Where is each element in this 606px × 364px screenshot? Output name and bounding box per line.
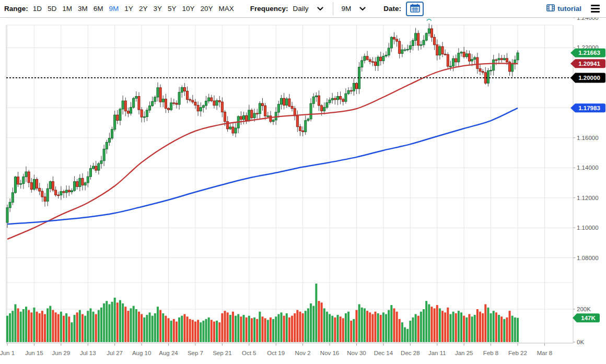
frequency-select[interactable]: Daily [293, 5, 323, 13]
svg-text:Sep 7: Sep 7 [188, 350, 203, 356]
candlestick-series [6, 24, 519, 228]
svg-text:Dec 14: Dec 14 [374, 350, 393, 356]
range-option-1m[interactable]: 1M [62, 5, 72, 13]
ma-200-line [7, 108, 518, 224]
svg-text:Feb 22: Feb 22 [508, 350, 527, 356]
x-axis-labels: Jun 1Jun 15Jun 29Jul 13Jul 27Aug 10Aug 2… [0, 343, 552, 356]
grid-layer [6, 18, 573, 343]
chevron-down-icon [359, 7, 366, 11]
price-tag-blue-ma: 1.17983 [570, 103, 605, 112]
svg-text:Mar 8: Mar 8 [537, 350, 552, 356]
svg-text:1.08000: 1.08000 [577, 255, 599, 261]
svg-text:1.20941: 1.20941 [578, 61, 600, 67]
frequency-label: Frequency: [250, 5, 288, 13]
range-option-3y[interactable]: 3Y [153, 5, 162, 13]
chevron-down-icon [317, 7, 323, 11]
svg-text:1.17983: 1.17983 [578, 105, 600, 111]
toolbar-separator [333, 2, 333, 15]
svg-text:1.21663: 1.21663 [578, 50, 600, 56]
volume-tag: 147K [573, 313, 600, 322]
range-label: Range: [4, 5, 28, 13]
volume-series [6, 284, 519, 342]
menu-button[interactable] [590, 4, 601, 14]
range-option-3m[interactable]: 3M [78, 5, 88, 13]
svg-text:Sep 21: Sep 21 [213, 350, 231, 356]
range-option-20y[interactable]: 20Y [200, 5, 213, 13]
ma-50-line [7, 63, 518, 239]
range-option-1d[interactable]: 1D [33, 5, 42, 13]
svg-text:Dec 28: Dec 28 [401, 350, 419, 356]
tutorial-link[interactable]: tutorial [546, 4, 581, 13]
range-option-6m[interactable]: 6M [94, 5, 103, 13]
date-picker-button[interactable] [406, 2, 424, 16]
range-option-1y[interactable]: 1Y [124, 5, 133, 13]
svg-text:Oct 19: Oct 19 [267, 350, 285, 356]
toolbar: Range: 1D5D1M3M6M9M1Y2Y3Y5Y10Y20YMAX Fre… [0, 0, 606, 18]
high-marker [427, 19, 431, 21]
price-tag-red-ma: 1.20941 [570, 59, 605, 68]
volume-axis-labels: 200K0K [573, 306, 591, 345]
svg-text:1.12000: 1.12000 [577, 195, 599, 201]
svg-text:Jul 27: Jul 27 [107, 350, 123, 356]
price-tag-reference: 1.20000 [570, 73, 605, 83]
tutorial-label: tutorial [557, 5, 581, 13]
range-option-2y[interactable]: 2Y [139, 5, 148, 13]
svg-text:Jul 13: Jul 13 [80, 350, 96, 356]
svg-text:1.20000: 1.20000 [578, 75, 600, 81]
range-option-5y[interactable]: 5Y [168, 5, 177, 13]
range-option-5d[interactable]: 5D [48, 5, 56, 13]
svg-text:Jun 1: Jun 1 [0, 350, 15, 356]
range-option-max[interactable]: MAX [218, 5, 234, 13]
calendar-icon [410, 4, 420, 14]
frequency-value: Daily [293, 5, 309, 13]
svg-text:Aug 24: Aug 24 [159, 350, 178, 356]
range-option-9m[interactable]: 9M [109, 5, 119, 13]
period-select[interactable]: 9M [342, 5, 366, 13]
svg-text:Nov 16: Nov 16 [320, 350, 339, 356]
svg-text:Nov 30: Nov 30 [347, 350, 366, 356]
chart-area[interactable]: Jun 1Jun 15Jun 29Jul 13Jul 27Aug 10Aug 2… [0, 18, 606, 364]
svg-text:Feb 8: Feb 8 [483, 350, 498, 356]
svg-text:1.10000: 1.10000 [577, 225, 599, 231]
svg-text:200K: 200K [577, 306, 591, 312]
svg-text:Oct 5: Oct 5 [242, 350, 256, 356]
price-tag-last-price: 1.21663 [570, 49, 605, 57]
svg-text:Jan 11: Jan 11 [428, 350, 446, 356]
period-value: 9M [342, 5, 352, 13]
svg-text:Jun 29: Jun 29 [52, 350, 71, 356]
chart-svg[interactable]: Jun 1Jun 15Jun 29Jul 13Jul 27Aug 10Aug 2… [0, 18, 606, 364]
tutorial-video-icon [546, 4, 555, 13]
svg-text:0K: 0K [577, 339, 584, 345]
svg-text:1.16000: 1.16000 [577, 135, 599, 141]
svg-text:Jun 15: Jun 15 [25, 350, 43, 356]
range-selector: 1D5D1M3M6M9M1Y2Y3Y5Y10Y20YMAX [33, 5, 240, 13]
svg-text:Aug 10: Aug 10 [132, 350, 151, 356]
range-option-10y[interactable]: 10Y [182, 5, 194, 13]
svg-text:Nov 2: Nov 2 [295, 350, 311, 356]
date-label: Date: [383, 5, 401, 13]
svg-text:Jan 25: Jan 25 [455, 350, 473, 356]
svg-text:1.14000: 1.14000 [577, 165, 599, 171]
svg-text:147K: 147K [581, 315, 596, 321]
svg-text:1.24000: 1.24000 [577, 18, 599, 21]
